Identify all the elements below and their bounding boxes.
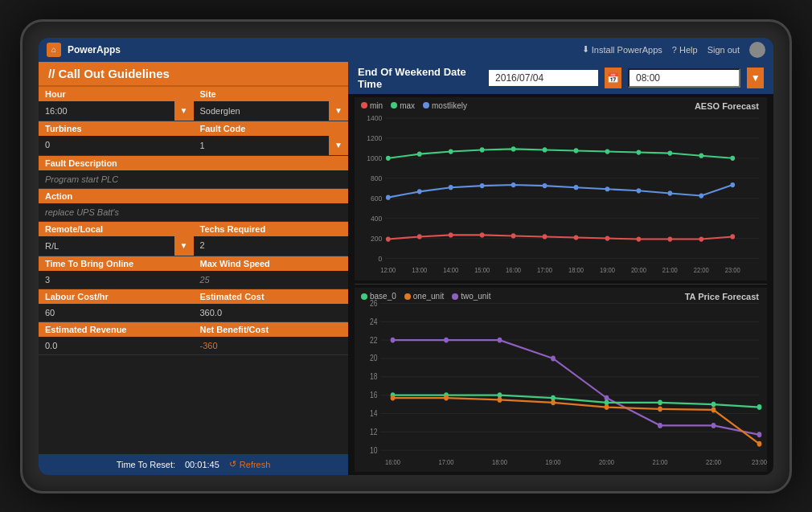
net-benefit-value[interactable]: -360: [194, 337, 349, 354]
svg-point-17: [417, 151, 422, 156]
svg-point-102: [605, 404, 609, 410]
svg-text:21:00: 21:00: [662, 266, 679, 273]
turbines-col: Turbines 0: [39, 121, 194, 155]
techs-col: Techs Required 2: [194, 222, 349, 256]
svg-point-30: [449, 185, 453, 190]
site-dropdown[interactable]: ▼: [329, 101, 348, 121]
svg-point-24: [637, 150, 642, 154]
svg-point-32: [511, 182, 516, 186]
chart-divider: [355, 284, 767, 285]
net-benefit-label: Net Benefit/Cost: [194, 322, 349, 337]
hour-label: Hour: [39, 87, 194, 101]
fault-code-dropdown[interactable]: ▼: [329, 136, 348, 155]
time-wind-row: Time To Bring Online 3 Max Wind Speed 25: [39, 256, 348, 289]
svg-point-22: [574, 148, 579, 153]
svg-point-97: [757, 404, 762, 410]
ta-chart-svg: 26 24 22 20 18 16 14 12 10: [355, 288, 767, 472]
help-button[interactable]: ? Help: [672, 45, 698, 55]
svg-point-23: [605, 149, 610, 154]
svg-text:16:00: 16:00: [506, 266, 522, 273]
svg-point-89: [757, 432, 762, 437]
time-dropdown[interactable]: ▼: [747, 68, 764, 88]
screen: ⌂ PowerApps ⬇ Install PowerApps ? Help S…: [39, 38, 773, 475]
turbines-value[interactable]: 0: [39, 136, 194, 154]
hour-site-row: Hour 16:00 ▼ Site Soderglen ▼: [39, 87, 348, 121]
est-cost-value[interactable]: 360.0: [194, 304, 349, 322]
turbines-fault-row: Turbines 0 Fault Code 1 ▼: [39, 121, 348, 156]
svg-text:800: 800: [371, 174, 382, 182]
time-input[interactable]: [628, 68, 740, 88]
svg-point-28: [386, 195, 391, 199]
date-input[interactable]: [489, 70, 598, 86]
svg-point-103: [658, 406, 662, 412]
svg-point-25: [668, 150, 673, 155]
svg-text:17:00: 17:00: [537, 266, 553, 273]
svg-point-49: [668, 236, 673, 241]
action-row: Action replace UPS Batt's: [39, 189, 348, 222]
aeso-chart-title: AESO Forecast: [695, 101, 759, 111]
svg-point-51: [730, 234, 735, 239]
svg-text:16: 16: [370, 390, 377, 399]
svg-text:24: 24: [370, 317, 377, 326]
time-reset-value: 00:01:45: [185, 460, 219, 469]
legend-mostlikely: mostlikely: [423, 101, 467, 110]
net-benefit-col: Net Benefit/Cost -360: [194, 322, 349, 354]
site-value[interactable]: Soderglen: [194, 101, 330, 121]
device-frame: ⌂ PowerApps ⬇ Install PowerApps ? Help S…: [20, 19, 792, 494]
time-online-col: Time To Bring Online 3: [39, 256, 194, 289]
est-revenue-value[interactable]: 0.0: [39, 337, 194, 354]
est-cost-label: Estimated Cost: [194, 289, 349, 304]
svg-point-99: [444, 395, 449, 401]
svg-point-34: [574, 185, 579, 190]
remote-col: Remote/Local R/L ▼: [39, 222, 194, 256]
time-online-value[interactable]: 3: [39, 271, 194, 289]
svg-text:400: 400: [371, 214, 382, 222]
max-wind-value[interactable]: 25: [194, 271, 349, 289]
svg-point-41: [417, 234, 422, 239]
est-revenue-label: Estimated Revenue: [39, 322, 194, 337]
svg-text:22: 22: [370, 335, 377, 345]
svg-text:13:00: 13:00: [412, 266, 428, 273]
svg-text:23:00: 23:00: [725, 266, 741, 273]
calendar-icon[interactable]: 📅: [605, 68, 621, 88]
hour-col: Hour 16:00 ▼: [39, 87, 194, 121]
svg-point-47: [605, 236, 610, 240]
fault-code-value[interactable]: 1: [194, 136, 330, 155]
svg-point-39: [730, 182, 735, 186]
svg-point-35: [605, 186, 610, 191]
action-label: Action: [39, 189, 348, 203]
page-title: // Call Out Guidelines: [39, 62, 348, 87]
home-icon[interactable]: ⌂: [47, 43, 61, 57]
svg-point-37: [668, 190, 673, 195]
hour-dropdown[interactable]: ▼: [174, 101, 194, 121]
svg-point-16: [386, 155, 391, 160]
right-panel: End Of Weekend Date Time 📅 ▼ min: [348, 62, 773, 475]
svg-text:10: 10: [370, 445, 377, 455]
svg-point-38: [699, 193, 703, 198]
svg-text:22:00: 22:00: [694, 266, 710, 273]
user-avatar: [749, 42, 765, 58]
svg-text:14: 14: [370, 408, 377, 418]
svg-point-50: [699, 236, 703, 241]
refresh-button[interactable]: ↺ Refresh: [229, 459, 271, 469]
action-value[interactable]: replace UPS Batt's: [39, 203, 348, 221]
time-reset-label: Time To Reset:: [117, 460, 175, 469]
labour-value[interactable]: 60: [39, 304, 194, 322]
fault-desc-value[interactable]: Program start PLC: [39, 170, 348, 188]
svg-point-82: [391, 338, 396, 343]
svg-text:18:00: 18:00: [568, 266, 584, 273]
hour-value[interactable]: 16:00: [39, 101, 174, 121]
fault-code-label: Fault Code: [194, 121, 349, 136]
svg-point-95: [658, 399, 662, 405]
est-revenue-col: Estimated Revenue 0.0: [39, 322, 194, 354]
revenue-net-row: Estimated Revenue 0.0 Net Benefit/Cost -…: [39, 322, 348, 355]
aeso-chart: min max mostlikely AESO Forecast: [355, 97, 767, 281]
nav-bar: ⌂ PowerApps ⬇ Install PowerApps ? Help S…: [39, 38, 773, 62]
svg-text:14:00: 14:00: [443, 266, 459, 273]
install-button[interactable]: ⬇ Install PowerApps: [582, 44, 662, 55]
svg-point-19: [480, 147, 485, 152]
techs-value[interactable]: 2: [194, 236, 349, 254]
remote-value[interactable]: R/L: [39, 236, 174, 256]
remote-dropdown[interactable]: ▼: [174, 236, 194, 256]
signout-button[interactable]: Sign out: [707, 45, 740, 55]
